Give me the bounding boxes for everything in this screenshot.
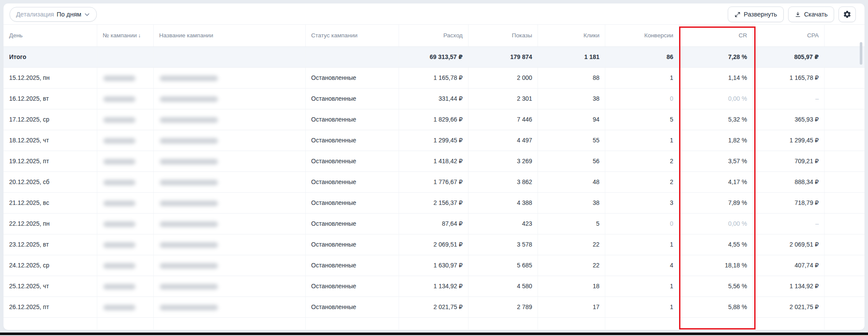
cell-filler xyxy=(824,192,865,213)
blurred-campaign-number xyxy=(103,201,135,206)
cell-impressions: 7 446 xyxy=(468,109,538,130)
cell-spend: 1 165,78 ₽ xyxy=(399,67,468,88)
blurred-campaign-number xyxy=(103,76,135,81)
column-header-conversions[interactable]: Конверсии xyxy=(605,25,679,46)
column-header-status[interactable]: Статус кампании xyxy=(305,25,399,46)
cell-status: Остановленные xyxy=(305,255,399,276)
table-row[interactable]: 15.12.2025, пнОстановленные1 165,78 ₽2 0… xyxy=(3,67,865,88)
table-row[interactable]: 25.12.2025, чтОстановленные1 134,92 ₽4 5… xyxy=(3,276,865,296)
column-header-impressions[interactable]: Показы xyxy=(468,25,538,46)
cell-campaign-id-blurred xyxy=(97,88,153,109)
cell-campaign-id-blurred xyxy=(97,171,153,192)
cell-conversions: 2 xyxy=(605,171,679,192)
blurred-campaign-name xyxy=(160,201,218,206)
column-header-campaign_id[interactable]: № кампании↓ xyxy=(97,25,153,46)
cell-filler xyxy=(824,109,865,130)
cell-cr: 0,00 % xyxy=(679,213,752,234)
cell-campaign-id-blurred xyxy=(97,67,153,88)
cell-status: Остановленные xyxy=(305,109,399,130)
column-header-cr[interactable]: CR xyxy=(679,25,752,46)
blurred-campaign-name xyxy=(160,159,218,165)
download-button[interactable]: Скачать xyxy=(788,7,834,22)
table-row[interactable]: 17.12.2025, срОстановленные1 829,66 ₽7 4… xyxy=(3,109,865,130)
cell-cr: 5,32 % xyxy=(679,109,752,130)
vertical-scrollbar-thumb[interactable] xyxy=(860,42,862,65)
table-row[interactable]: 16.12.2025, втОстановленные331,44 ₽2 301… xyxy=(3,88,865,109)
settings-button[interactable] xyxy=(838,7,856,22)
cell-clicks: 38 xyxy=(538,192,605,213)
cell-day: 15.12.2025, пн xyxy=(3,67,97,88)
blurred-campaign-name xyxy=(160,263,218,269)
cell-status: Остановленные xyxy=(305,171,399,192)
cell-cpa: 709,21 ₽ xyxy=(752,151,824,171)
partial-cell xyxy=(538,317,605,329)
cell-conversions: 0 xyxy=(605,213,679,234)
detail-value: По дням xyxy=(56,11,81,18)
detail-label: Детализация xyxy=(16,11,54,18)
expand-button[interactable]: Развернуть xyxy=(728,7,784,22)
cell-cr: 4,17 % xyxy=(679,171,752,192)
cell-campaign-name-blurred xyxy=(153,171,305,192)
blurred-campaign-number xyxy=(103,180,135,185)
cell-day: 18.12.2025, чт xyxy=(3,130,97,151)
cell-filler xyxy=(824,88,865,109)
detail-dropdown[interactable]: Детализация По дням xyxy=(10,7,97,22)
cell-cpa: 1 299,45 ₽ xyxy=(752,130,824,151)
table-row[interactable]: 19.12.2025, птОстановленные1 418,42 ₽3 2… xyxy=(3,151,865,171)
table-row[interactable]: 23.12.2025, втОстановленные2 069,51 ₽3 5… xyxy=(3,234,865,255)
blurred-campaign-number xyxy=(103,96,135,102)
cell-campaign-name-blurred xyxy=(153,88,305,109)
totals-status xyxy=(305,46,399,67)
cell-conversions: 5 xyxy=(605,109,679,130)
blurred-campaign-name xyxy=(160,180,218,185)
column-header-filler xyxy=(824,25,865,46)
cell-conversions: 1 xyxy=(605,276,679,296)
cell-spend: 2 069,51 ₽ xyxy=(399,234,468,255)
totals-filler xyxy=(824,46,865,67)
cell-conversions: 3 xyxy=(605,192,679,213)
blurred-campaign-name xyxy=(160,96,218,102)
column-header-clicks[interactable]: Клики xyxy=(538,25,605,46)
cell-conversions: 4 xyxy=(605,255,679,276)
table-row[interactable]: 18.12.2025, чтОстановленные1 299,45 ₽4 4… xyxy=(3,130,865,151)
totals-cr: 7,28 % xyxy=(679,46,752,67)
table-row[interactable]: 21.12.2025, всОстановленные2 156,37 ₽4 3… xyxy=(3,192,865,213)
cell-impressions: 2 000 xyxy=(468,67,538,88)
cell-filler xyxy=(824,234,865,255)
cell-clicks: 18 xyxy=(538,276,605,296)
column-header-day[interactable]: День xyxy=(3,25,97,46)
cell-spend: 87,64 ₽ xyxy=(399,213,468,234)
column-header-cpa[interactable]: CPA xyxy=(752,25,824,46)
cell-cpa: – xyxy=(752,213,824,234)
cell-conversions: 1 xyxy=(605,296,679,317)
cell-filler xyxy=(824,255,865,276)
cell-campaign-id-blurred xyxy=(97,276,153,296)
cell-campaign-id-blurred xyxy=(97,296,153,317)
cell-filler xyxy=(824,171,865,192)
cell-day: 23.12.2025, вт xyxy=(3,234,97,255)
column-header-spend[interactable]: Расход xyxy=(399,25,468,46)
cell-campaign-id-blurred xyxy=(97,151,153,171)
table-row[interactable]: 20.12.2025, сбОстановленные1 776,67 ₽3 8… xyxy=(3,171,865,192)
cell-conversions: 1 xyxy=(605,234,679,255)
cell-campaign-name-blurred xyxy=(153,213,305,234)
cell-campaign-id-blurred xyxy=(97,213,153,234)
cell-cpa: 1 165,78 ₽ xyxy=(752,67,824,88)
column-header-campaign_name[interactable]: Название кампании xyxy=(153,25,305,46)
partial-cell xyxy=(824,317,865,329)
blurred-campaign-name xyxy=(160,117,218,123)
cell-impressions: 423 xyxy=(468,213,538,234)
cell-campaign-name-blurred xyxy=(153,130,305,151)
cell-day: 17.12.2025, ср xyxy=(3,109,97,130)
cell-cr: 1,82 % xyxy=(679,130,752,151)
cell-status: Остановленные xyxy=(305,151,399,171)
cell-day: 16.12.2025, вт xyxy=(3,88,97,109)
cell-impressions: 2 301 xyxy=(468,88,538,109)
table-row[interactable]: 22.12.2025, пнОстановленные87,64 ₽423500… xyxy=(3,213,865,234)
cell-filler xyxy=(824,296,865,317)
cell-cr: 5,88 % xyxy=(679,296,752,317)
cell-day: 24.12.2025, ср xyxy=(3,255,97,276)
table-row[interactable]: 24.12.2025, срОстановленные1 630,97 ₽5 6… xyxy=(3,255,865,276)
table-row[interactable]: 26.12.2025, птОстановленные2 021,75 ₽2 7… xyxy=(3,296,865,317)
cell-clicks: 22 xyxy=(538,234,605,255)
